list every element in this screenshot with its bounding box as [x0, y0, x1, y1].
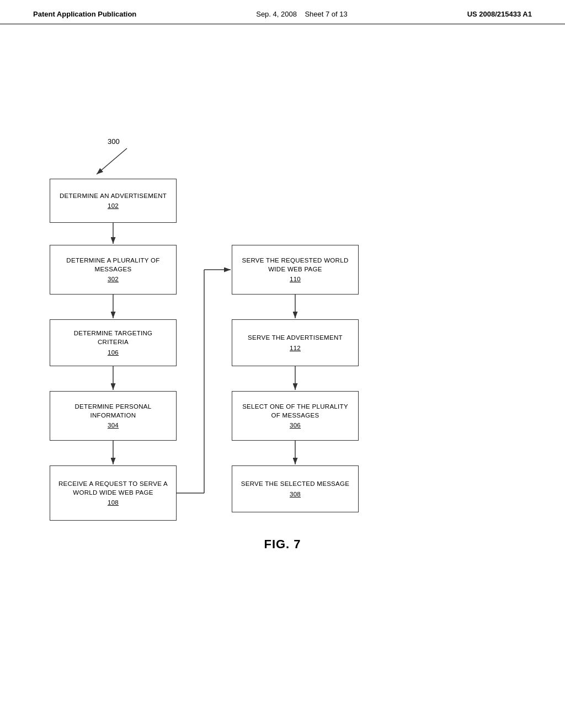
box-106: DETERMINE TARGETINGCRITERIA 106 — [50, 319, 177, 366]
box-112: SERVE THE ADVERTISEMENT 112 — [232, 319, 359, 366]
header-publication-label: Patent Application Publication — [33, 10, 136, 18]
box-108: RECEIVE A REQUEST TO SERVE AWORLD WIDE W… — [50, 465, 177, 521]
page-header: Patent Application Publication Sep. 4, 2… — [0, 0, 565, 24]
box-308: SERVE THE SELECTED MESSAGE 308 — [232, 465, 359, 512]
diagram-area: 300 DETERMINE AN ADVERTISEMENT 102 DETER… — [0, 30, 565, 570]
box-110: SERVE THE REQUESTED WORLDWIDE WEB PAGE 1… — [232, 245, 359, 295]
header-patent-number: US 2008/215433 A1 — [467, 10, 532, 18]
box-102: DETERMINE AN ADVERTISEMENT 102 — [50, 179, 177, 223]
diagram-label-300: 300 — [108, 137, 120, 146]
box-302: DETERMINE A PLURALITY OFMESSAGES 302 — [50, 245, 177, 295]
header-date: Sep. 4, 2008 Sheet 7 of 13 — [256, 10, 348, 18]
svg-line-1 — [97, 148, 127, 174]
box-304: DETERMINE PERSONALINFORMATION 304 — [50, 391, 177, 441]
box-306: SELECT ONE OF THE PLURALITYOF MESSAGES 3… — [232, 391, 359, 441]
